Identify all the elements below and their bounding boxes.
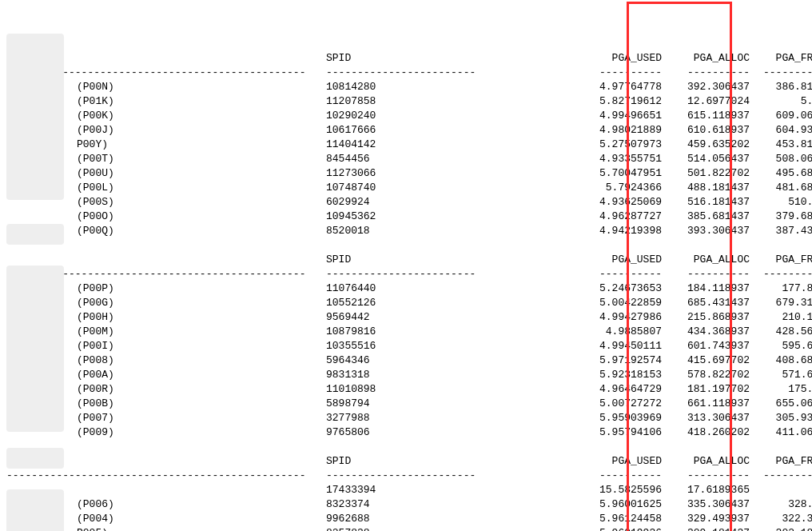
cell-pga-alloc: 17.6189365 — [662, 483, 750, 497]
cell-pga-alloc: 610.618937 — [662, 123, 750, 138]
hdr-spid: SPID — [326, 51, 574, 66]
hdr-pga-free: PGA_FREE — [750, 51, 812, 66]
cell-pga-free: 1 — [750, 483, 812, 497]
cell-pga-used: 5.95794106 — [574, 425, 662, 440]
cell-pga-free: 571.625 — [750, 368, 812, 382]
cell-spid: 10814280 — [326, 80, 574, 94]
cell-pga-used: 5.70047951 — [574, 166, 662, 181]
cell-pga-free: 411.0625 — [750, 425, 812, 440]
cell-pga-free: 604.9375 — [750, 123, 812, 138]
cell-pga-free: 679.3125 — [750, 296, 812, 310]
cell-pga-alloc: 516.181437 — [662, 195, 750, 210]
cell-pga-alloc: 661.118937 — [662, 397, 750, 411]
cell-pga-used: 4.94219398 — [574, 224, 662, 238]
blank-row — [6, 238, 806, 253]
cell-pga-used: 5.00422859 — [574, 296, 662, 310]
cell-pga-used: 4.93355751 — [574, 152, 662, 166]
table-row: (P008)59643465.97192574415.697702408.687… — [6, 353, 806, 368]
hdr-pga-free: PGA_FREE — [750, 253, 812, 267]
table-row: P00Y)114041425.27507973459.635202453.812… — [6, 138, 806, 152]
table-row: (P00L)107487405.7924366488.181437481.687… — [6, 181, 806, 195]
cell-pga-alloc: 601.743937 — [662, 339, 750, 353]
table-row: (P00G)105521265.00422859685.431437679.31… — [6, 296, 806, 310]
hdr-spid: SPID — [326, 253, 574, 267]
cell-pga-used: 5.95903969 — [574, 411, 662, 425]
cell-pga-alloc: 578.822702 — [662, 368, 750, 382]
hdr-spid: SPID — [326, 454, 574, 469]
cell-pga-free: 387.4375 — [750, 224, 812, 238]
cell-pga-used: 5.96124458 — [574, 512, 662, 526]
table-row: (P00Q)85200184.94219398393.306437387.437… — [6, 224, 806, 238]
redacted-region — [6, 34, 64, 200]
table-row: (P01K)112078585.8271961212.69770245.7576… — [6, 94, 806, 109]
redacted-region — [6, 224, 64, 245]
cell-pga-alloc: 434.368937 — [662, 325, 750, 339]
cell-pga-alloc: 459.635202 — [662, 138, 750, 152]
table-row: (P009)97658065.95794106418.260202411.062… — [6, 425, 806, 440]
hdr-pga-used: PGA_USED — [574, 51, 662, 66]
cell-pga-free: 210.125 — [750, 310, 812, 325]
cell-pga-used: 4.98021889 — [574, 123, 662, 138]
blank-row — [6, 440, 806, 454]
cell-spid: 3277988 — [326, 411, 574, 425]
table-row: (P00B)58987945.00727272661.118937655.062… — [6, 397, 806, 411]
cell-spid: 9962688 — [326, 512, 574, 526]
cell-pga-alloc: 313.306437 — [662, 411, 750, 425]
cell-spid: 8520018 — [326, 224, 574, 238]
table-row: (P00R)110108984.96464729181.197702175.25… — [6, 382, 806, 397]
cell-pga-free: 481.6875 — [750, 181, 812, 195]
redacted-region — [6, 448, 64, 469]
cell-spid: 5898794 — [326, 397, 574, 411]
cell-spid: 10552126 — [326, 296, 574, 310]
cell-pga-used: 5.96001625 — [574, 497, 662, 512]
cell-pga-used: 4.97764778 — [574, 80, 662, 94]
cell-pga-alloc: 418.260202 — [662, 425, 750, 440]
cell-pga-free: 177.875 — [750, 281, 812, 296]
cell-pga-used: 5.00727272 — [574, 397, 662, 411]
cell-pga-used: 4.93625069 — [574, 195, 662, 210]
cell-pga-free: 508.0625 — [750, 152, 812, 166]
cell-pga-used: 4.96287727 — [574, 210, 662, 224]
separator-row: ----------------------------------------… — [6, 267, 806, 281]
table-row: (P00K)102902404.99496651615.118937609.06… — [6, 109, 806, 123]
cell-pga-free: 609.0625 — [750, 109, 812, 123]
cell-spid: 5964346 — [326, 353, 574, 368]
cell-pga-used: 5.92318153 — [574, 368, 662, 382]
cell-pga-alloc: 415.697702 — [662, 353, 750, 368]
cell-pga-free: 5.75 — [750, 94, 812, 109]
cell-spid: 11010898 — [326, 382, 574, 397]
cell-spid: 11404142 — [326, 138, 574, 152]
hdr-pga-used: PGA_USED — [574, 454, 662, 469]
cell-pga-free: 408.6875 — [750, 353, 812, 368]
header-row: SPIDPGA_USEDPGA_ALLOCPGA_FREEPGA_MAX — [6, 253, 806, 267]
cell-spid: 10617666 — [326, 123, 574, 138]
cell-pga-alloc: 685.431437 — [662, 296, 750, 310]
cell-pga-alloc: 514.056437 — [662, 152, 750, 166]
cell-pga-free: 379.6875 — [750, 210, 812, 224]
redacted-region — [6, 489, 64, 531]
cell-pga-free: 453.8125 — [750, 138, 812, 152]
cell-pga-free: 655.0625 — [750, 397, 812, 411]
cell-pga-free: 305.9375 — [750, 411, 812, 425]
table-row: (P00A)98313185.92318153578.822702571.625… — [6, 368, 806, 382]
cell-spid: 10945362 — [326, 210, 574, 224]
cell-spid: 9765806 — [326, 425, 574, 440]
cell-pga-free: 386.8125 — [750, 80, 812, 94]
cell-spid: 8257838 — [326, 526, 574, 531]
table-row: 1743339415.582559617.618936511251.80644 — [6, 483, 806, 497]
cell-spid: 9569442 — [326, 310, 574, 325]
cell-pga-free: 428.5625 — [750, 325, 812, 339]
cell-pga-alloc: 12.6977024 — [662, 94, 750, 109]
cell-pga-free: 328.25 — [750, 497, 812, 512]
cell-pga-used: 5.27507973 — [574, 138, 662, 152]
cell-pga-alloc: 309.181437 — [662, 526, 750, 531]
header-row: SPIDPGA_USEDPGA_ALLOCPGA_FREEPGA_MAX — [6, 454, 806, 469]
separator-row: ----------------------------------------… — [6, 469, 806, 483]
cell-pga-used: 5.82719612 — [574, 94, 662, 109]
cell-spid: 6029924 — [326, 195, 574, 210]
cell-pga-free: 595.625 — [750, 339, 812, 353]
table-row: (P007)32779885.95903969313.306437305.937… — [6, 411, 806, 425]
hdr-pga-free: PGA_FREE — [750, 454, 812, 469]
cell-pga-used: 5.97192574 — [574, 353, 662, 368]
cell-pga-used: 4.99427986 — [574, 310, 662, 325]
